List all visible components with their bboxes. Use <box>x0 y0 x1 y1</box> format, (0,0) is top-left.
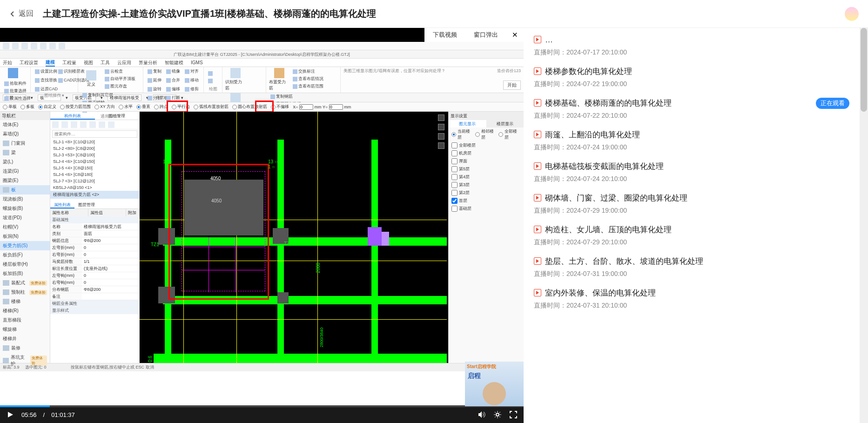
place-opt-11[interactable]: 不偏移 <box>271 104 289 110</box>
playlist-item[interactable]: 垫层、土方、台阶、散水、坡道的电算化处理直播时间：2024-07-31 19:0… <box>524 251 860 283</box>
nav-item[interactable]: 幕墙(Q) <box>0 129 50 139</box>
component-item[interactable]: SLJ-6 <6> [C8@180] <box>50 171 139 178</box>
playlist-scrollbar[interactable] <box>860 28 868 423</box>
nav-item[interactable]: 板受力筋(S) <box>0 241 50 250</box>
nav-item[interactable]: 梁(L) <box>0 157 50 167</box>
nav-item[interactable]: 螺旋板(B) <box>0 204 50 213</box>
component-item[interactable]: SLJ-3 <53> [C8@100] <box>50 152 139 158</box>
play-icon[interactable] <box>6 410 15 419</box>
nav-item[interactable]: 直形梯段 <box>0 316 50 325</box>
menu-7[interactable]: 算量分析 <box>139 60 157 66</box>
menu-4[interactable]: 视图 <box>84 60 93 66</box>
nav-item[interactable]: 螺旋梯 <box>0 325 50 334</box>
nav-item[interactable]: 现浇板(B) <box>0 195 50 204</box>
component-item[interactable]: 楼梯雨篷跨板受力筋 <2> <box>50 191 139 199</box>
back-button[interactable]: 返回 <box>9 9 34 19</box>
menu-0[interactable]: 开始 <box>3 60 12 66</box>
tab-layer-mgmt[interactable]: 图层管理 <box>74 201 99 208</box>
floor-item[interactable]: 机房层 <box>449 149 524 157</box>
floor-item[interactable]: 第3层 <box>449 181 524 189</box>
place-opt-7[interactable]: 跨点 <box>154 104 168 110</box>
menu-2[interactable]: 建模 <box>46 59 55 67</box>
fullscreen-icon[interactable] <box>509 410 518 419</box>
component-item[interactable]: SLJ-4 <6> [C10@150] <box>50 158 139 165</box>
menu-6[interactable]: 云应用 <box>117 60 131 66</box>
popout-window-button[interactable]: 窗口弹出 <box>465 31 506 39</box>
playlist-item[interactable]: 砌体墙、门窗、过梁、圈梁的电算化处理直播时间：2024-07-29 19:00:… <box>524 188 860 220</box>
nav-item[interactable]: 梁 <box>0 148 50 157</box>
nav-item[interactable]: 楼梯(R) <box>0 306 50 316</box>
avatar[interactable] <box>845 7 859 21</box>
playlist-item[interactable]: 楼梯基础、楼梯雨蓬的的电算化处理正在观看直播时间：2024-07-22 20:1… <box>524 93 860 125</box>
quick-access-toolbar[interactable] <box>0 42 524 50</box>
playlist-item[interactable]: 雨篷、上翻沿的电算化处理直播时间：2024-07-24 19:00:00 <box>524 125 860 156</box>
nav-item[interactable]: 装修 <box>0 343 50 353</box>
nav-item[interactable]: 门窗洞 <box>0 139 50 148</box>
playlist-item[interactable]: 构造柱、女儿墙、压顶的电算化处理直播时间：2024-07-29 20:10:00 <box>524 220 860 251</box>
play-icon <box>534 67 541 75</box>
floor-item[interactable]: 屋面 <box>449 157 524 165</box>
nav-item[interactable]: 墙体(E) <box>0 120 50 129</box>
nav-item[interactable]: 楼梯井 <box>0 334 50 343</box>
nav-item[interactable]: 连梁(G) <box>0 167 50 176</box>
playlist-item[interactable]: 室内外装修、保温的电算化处理直播时间：2024-07-31 20:10:00 <box>524 283 860 315</box>
volume-icon[interactable] <box>477 410 486 419</box>
nav-item[interactable]: 板 <box>0 185 50 195</box>
tab-properties[interactable]: 属性列表 <box>50 201 74 208</box>
component-item[interactable]: SLJ-5 <4> [C8@150] <box>50 165 139 171</box>
component-item[interactable]: SLJ-7 <3> [C12@120] <box>50 178 139 184</box>
place-opt-9[interactable]: 弧线布置放射筋 <box>194 104 229 110</box>
progress-bar[interactable] <box>0 405 524 407</box>
drawing-canvas[interactable]: 4050 4050 13 ○1 ○ 14 ○ TZ1 TZ1 ATb1 h=13… <box>140 112 448 363</box>
placement-options-toolbar[interactable]: 单板多板自定义按受力筋范围XY 方向水平垂直跨点平行边弧线布置放射筋圆心布置放射… <box>0 102 524 112</box>
menu-5[interactable]: 工具 <box>101 60 110 66</box>
nav-item[interactable]: 柱帽(V) <box>0 222 50 232</box>
ribbon[interactable]: 拾取构件 批量选择 按属性选择 选择 设置比例 识别楼层表 查找替换 CAD识别… <box>0 67 524 93</box>
component-search-input[interactable] <box>52 130 137 138</box>
place-opt-0[interactable]: 单板 <box>3 104 17 110</box>
nav-item[interactable]: 楼梯 <box>0 297 50 306</box>
playlist-item[interactable]: 楼梯参数化的电算化处理直播时间：2024-07-22 19:00:00 <box>524 61 860 93</box>
component-item[interactable]: SLJ-2 <80> [C8@200] <box>50 145 139 152</box>
nav-item[interactable]: 板洞(N) <box>0 232 50 241</box>
settings-icon[interactable] <box>493 410 502 419</box>
place-opt-2[interactable]: 自定义 <box>38 104 56 110</box>
popup-close-icon[interactable]: ✕ <box>506 31 524 39</box>
menu-8[interactable]: 智能建模 <box>165 60 183 66</box>
menubar[interactable]: 开始工程设置建模工程量视图工具云应用算量分析智能建模IGMS <box>0 59 524 67</box>
place-opt-3[interactable]: 按受力筋范围 <box>60 104 91 110</box>
display-settings-panel[interactable]: 显示设置 图元显示 楼层显示 当前楼层 相邻楼层 全部楼层 全部楼层 机房层 屋… <box>448 112 524 363</box>
component-panel[interactable]: 构件列表 图纸管理 SLJ-1 <8> [C10@120]SLJ-2 <80> … <box>50 112 140 363</box>
menu-3[interactable]: 工程量 <box>62 60 76 66</box>
place-opt-1[interactable]: 多板 <box>20 104 34 110</box>
menu-9[interactable]: IGMS <box>191 60 203 65</box>
place-opt-6[interactable]: 垂直 <box>136 104 150 110</box>
nav-item[interactable]: 楼层板带(H) <box>0 260 50 269</box>
floor-item[interactable]: 第4层 <box>449 173 524 181</box>
download-video-button[interactable]: 下载视频 <box>424 31 465 39</box>
place-opt-4[interactable]: XY 方向 <box>94 104 115 110</box>
place-opt-5[interactable]: 水平 <box>119 104 133 110</box>
nav-item[interactable]: 板加筋(B) <box>0 269 50 278</box>
floor-item[interactable]: 第5层 <box>449 165 524 173</box>
playlist-panel[interactable]: …直播时间：2024-07-17 20:10:00楼梯参数化的电算化处理直播时间… <box>524 28 860 423</box>
component-item[interactable]: KBSLJ-A8@150 <1> <box>50 184 139 191</box>
nav-item[interactable]: 坡道(PD) <box>0 213 50 222</box>
nav-item[interactable]: 装配式免费体验 <box>0 278 50 288</box>
place-opt-10[interactable]: 圆心布置放射筋 <box>232 104 267 110</box>
playlist-item[interactable]: …直播时间：2024-07-17 20:10:00 <box>524 30 860 61</box>
player-controls[interactable]: 05:56 / 01:01:37 <box>0 406 524 423</box>
nav-item[interactable]: 板负筋(F) <box>0 250 50 260</box>
start-button[interactable]: 开始 <box>503 81 521 90</box>
playlist-item[interactable]: 电梯基础筏板变截面的电算化处理直播时间：2024-07-24 20:10:00 <box>524 156 860 188</box>
component-item[interactable]: SLJ-1 <8> [C10@120] <box>50 139 139 145</box>
nav-item[interactable]: 预制柱免费体验 <box>0 288 50 297</box>
floor-item[interactable]: 基础层 <box>449 205 524 213</box>
floor-item[interactable]: 第2层 <box>449 189 524 197</box>
place-opt-8[interactable]: 平行边 <box>172 104 190 110</box>
nav-item[interactable]: 圈梁(E) <box>0 176 50 185</box>
floor-item[interactable]: 全部楼层 <box>449 141 524 149</box>
floor-item[interactable]: 首层 <box>449 197 524 205</box>
nav-panel[interactable]: 导航栏 墙体(E)幕墙(Q)门窗洞梁梁(L)连梁(G)圈梁(E)板现浇板(B)螺… <box>0 112 50 363</box>
menu-1[interactable]: 工程设置 <box>20 60 38 66</box>
